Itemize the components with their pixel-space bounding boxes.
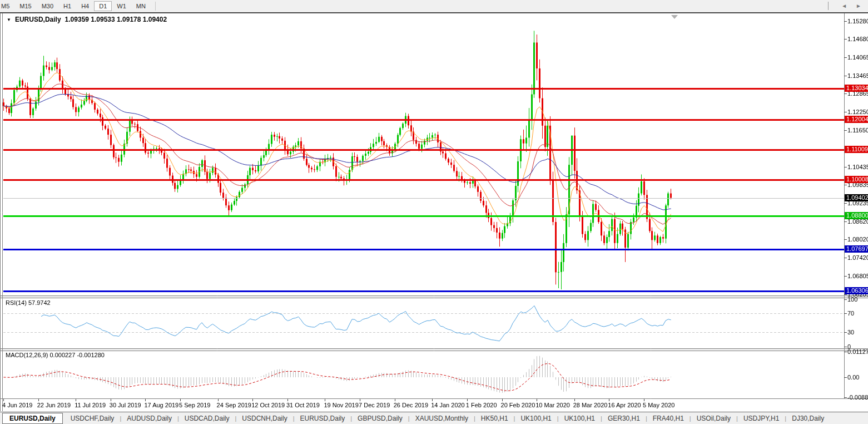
date-axis-label: 22 Jun 2019: [37, 402, 71, 408]
price-axis-badge: 1.13034: [845, 85, 868, 92]
chart-symbol-title: EURUSD,Daily: [15, 16, 61, 23]
macd-axis-tick: 0.00: [847, 374, 859, 381]
symbol-tab-ger30-h1[interactable]: GER30,H1: [602, 413, 646, 424]
rsi-label: RSI(14) 57.9742: [6, 299, 51, 306]
price-axis-tick: 1.11650: [847, 127, 868, 134]
date-axis-label: 1 Feb 2020: [466, 402, 497, 408]
date-axis-label: 20 Feb 2020: [501, 402, 535, 408]
date-axis-label: 10 Mar 2020: [535, 402, 570, 408]
price-axis-tick: 1.13465: [847, 72, 868, 79]
date-axis-label: 7 Dec 2019: [359, 402, 390, 408]
price-chart-canvas[interactable]: [0, 0, 868, 424]
price-axis-tick: 1.10435: [847, 164, 868, 170]
symbol-tab-gbpusd-daily[interactable]: GBPUSD,Daily: [352, 413, 408, 424]
chart-ohlc-values: 1.09359 1.09533 1.09178 1.09402: [65, 16, 167, 23]
chart-title-row: ▼ EURUSD,Daily 1.09359 1.09533 1.09178 1…: [7, 16, 167, 23]
price-axis-tick: 1.14065: [847, 54, 868, 61]
date-axis-label: 14 Jan 2020: [431, 402, 465, 408]
timeframe-button-w1[interactable]: W1: [112, 1, 131, 11]
date-axis-label: 5 May 2020: [643, 402, 674, 408]
symbol-tab-eurusd-daily[interactable]: EURUSD,Daily: [295, 413, 351, 424]
rsi-axis-tick: 100: [847, 296, 857, 303]
timeframe-button-m5[interactable]: M5: [0, 1, 14, 11]
rsi-axis-tick: 30: [847, 329, 854, 336]
symbol-tab-uk100-h1[interactable]: UK100,H1: [559, 413, 601, 424]
tab-scroll-right-icon[interactable]: ►: [856, 3, 861, 9]
timeframe-button-h4[interactable]: H4: [76, 1, 94, 11]
toolbar-separator: [155, 2, 156, 11]
price-axis-badge: 1.07697: [845, 245, 868, 253]
symbol-tab-usdchf-daily[interactable]: USDCHF,Daily: [65, 413, 120, 424]
price-axis-badge: 1.06306: [845, 287, 868, 294]
price-axis-tick: 1.08020: [847, 236, 868, 243]
symbol-tabbar: EURUSD,DailyUSDCHF,Daily|AUDUSD,Daily|US…: [0, 412, 868, 424]
price-axis-tick: 1.15280: [847, 18, 868, 24]
rsi-axis-tick: 70: [847, 310, 854, 317]
symbol-tab-eurusd-daily[interactable]: EURUSD,Daily: [2, 413, 63, 424]
price-axis-badge: 1.09402: [845, 194, 868, 201]
date-axis-label: 28 Mar 2020: [573, 402, 608, 408]
date-axis-label: 12 Oct 2019: [251, 402, 285, 408]
symbol-tab-hk50-h1[interactable]: HK50,H1: [475, 413, 514, 424]
date-axis-label: 17 Aug 2019: [144, 402, 178, 408]
timeframe-button-m15[interactable]: M15: [14, 1, 36, 11]
symbol-tab-fra40-h1[interactable]: FRA40,H1: [647, 413, 690, 424]
tab-scroll-left-icon[interactable]: ◄: [841, 3, 847, 9]
chart-dropdown-icon[interactable]: ▼: [7, 17, 11, 22]
tab-scroll-arrows: ◄ ►: [841, 3, 861, 9]
date-axis-label: 16 Apr 2020: [608, 402, 641, 408]
price-axis-badge: 1.12004: [845, 116, 868, 123]
symbol-tab-usoil-daily[interactable]: USOil,Daily: [691, 413, 736, 424]
date-axis-label: 19 Nov 2019: [324, 402, 358, 408]
date-axis-label: 11 Jul 2019: [75, 402, 106, 408]
tabbar-divider: [828, 2, 829, 10]
symbol-tab-dj30-daily[interactable]: DJ30,Daily: [786, 413, 830, 424]
symbol-tab-xauusd-monthly[interactable]: XAUUSD,Monthly: [410, 413, 474, 424]
date-axis-label: 24 Sep 2019: [217, 402, 251, 408]
timeframe-button-mn[interactable]: MN: [131, 1, 151, 11]
price-axis-tick: 1.14680: [847, 36, 868, 42]
price-axis-badge: 1.10008: [845, 176, 868, 183]
date-axis-label: 31 Oct 2019: [286, 402, 320, 408]
price-axis-badge: 1.08800: [845, 212, 868, 219]
date-axis-label: 4 Jun 2019: [2, 402, 32, 408]
symbol-tab-usdcnh-daily[interactable]: USDCNH,Daily: [236, 413, 292, 424]
date-axis-label: 30 Jul 2019: [110, 402, 141, 408]
price-axis-tick: 1.06805: [847, 273, 868, 279]
date-axis-label: 26 Dec 2019: [394, 402, 428, 408]
symbol-tab-uk100-h1[interactable]: UK100,H1: [515, 413, 557, 424]
timeframe-button-m30[interactable]: M30: [37, 1, 58, 11]
macd-label: MACD(12,26,9) 0.000227 -0.001280: [6, 352, 105, 358]
date-axis-label: 5 Sep 2019: [179, 402, 210, 408]
timeframe-toolbar: M5M15M30H1H4D1W1MN: [0, 0, 868, 13]
macd-axis-tick: 0.011277: [847, 348, 868, 355]
macd-axis-tick: -0.00884: [847, 394, 868, 401]
symbol-tab-audusd-daily[interactable]: AUDUSD,Daily: [121, 413, 177, 424]
symbol-tab-usdjpy-h1[interactable]: USDJPY,H1: [738, 413, 785, 424]
timeframe-button-d1[interactable]: D1: [94, 1, 112, 11]
timeframe-button-h1[interactable]: H1: [58, 1, 76, 11]
symbol-tab-usdcad-daily[interactable]: USDCAD,Daily: [179, 413, 235, 424]
price-axis-tick: 1.12250: [847, 109, 868, 115]
price-axis-badge: 1.11009: [845, 146, 868, 153]
price-axis-tick: 1.07420: [847, 254, 868, 261]
